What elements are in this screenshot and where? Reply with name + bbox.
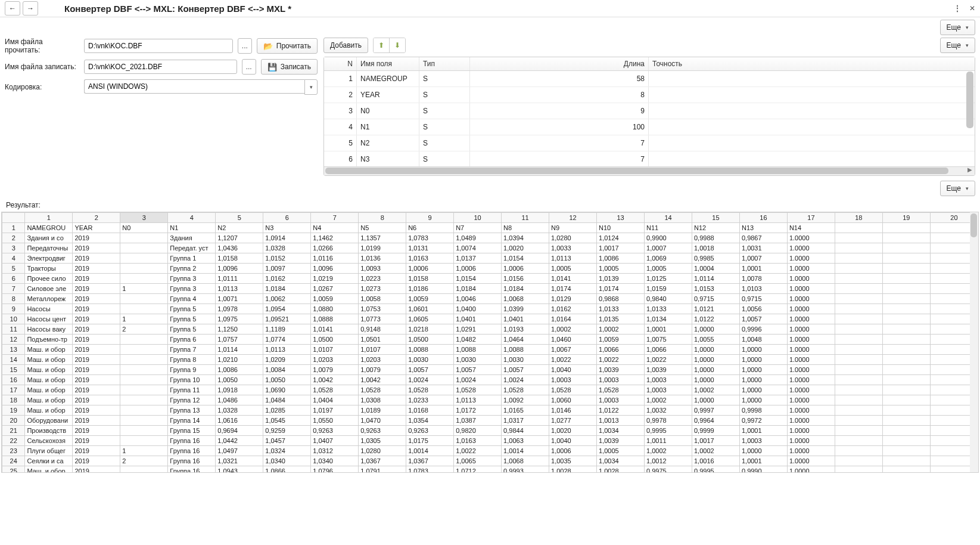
grid-row-header[interactable]: 13 [2, 345, 25, 355]
grid-cell[interactable] [835, 294, 882, 304]
grid-cell[interactable]: 1,0156 [502, 274, 549, 284]
grid-cell[interactable]: 0,9900 [645, 233, 692, 243]
grid-cell[interactable]: 1,0174 [597, 284, 645, 294]
grid-cell[interactable]: Группа 5 [168, 304, 216, 314]
grid-cell[interactable]: 1,0317 [502, 416, 549, 426]
grid-cell[interactable]: 1,0006 [406, 264, 454, 274]
grid-cell[interactable]: 1,0129 [549, 294, 597, 304]
grid-cell[interactable]: 1,0042 [311, 375, 359, 385]
grid-cell[interactable]: 0,9964 [692, 416, 739, 426]
grid-row-header[interactable]: 14 [2, 355, 25, 365]
grid-cell[interactable]: 1,0888 [311, 314, 359, 324]
grid-cell[interactable]: 1,0218 [406, 324, 454, 335]
grid-cell[interactable]: 1,0079 [311, 365, 359, 375]
grid-cell[interactable]: 1,0165 [502, 405, 549, 416]
grid-cell[interactable]: 1,0093 [359, 264, 406, 274]
grid-cell[interactable]: 1,0141 [311, 324, 359, 335]
grid-cell[interactable] [882, 294, 930, 304]
grid-cell[interactable] [882, 456, 930, 466]
grid-row-header[interactable]: 25 [2, 466, 25, 473]
grid-cell[interactable]: 0,9995 [645, 426, 692, 436]
grid-cell[interactable]: 1,0305 [359, 436, 406, 446]
grid-row-header[interactable]: 1 [2, 223, 25, 233]
grid-cell[interactable]: 1,0016 [692, 456, 739, 466]
grid-cell[interactable] [835, 355, 882, 365]
grid-cell[interactable]: 1,0528 [359, 385, 406, 395]
grid-row-header[interactable]: 15 [2, 365, 25, 375]
grid-cell[interactable]: 1,0162 [549, 304, 597, 314]
grid-cell[interactable]: 2019 [73, 416, 120, 426]
grid-cell[interactable]: 1,0489 [454, 233, 502, 243]
grid-cell[interactable]: 1,0324 [263, 446, 311, 456]
grid-cell[interactable]: 1,0000 [739, 375, 787, 385]
grid-cell[interactable]: 1.0000 [787, 243, 835, 253]
grid-cell[interactable]: 1,0146 [549, 405, 597, 416]
grid-cell[interactable]: N9 [549, 223, 597, 233]
grid-cell[interactable]: 1,0034 [597, 456, 645, 466]
grid-cell[interactable] [835, 274, 882, 284]
grid-cell[interactable]: 2019 [73, 365, 120, 375]
grid-cell[interactable]: 1,0162 [263, 274, 311, 284]
grid-cell[interactable]: 1,0605 [406, 314, 454, 324]
write-file-input[interactable] [84, 60, 237, 74]
grid-cell[interactable]: 1,0442 [216, 436, 263, 446]
grid-cell[interactable] [882, 274, 930, 284]
grid-cell[interactable]: 1,0030 [502, 355, 549, 365]
write-file-browse-button[interactable]: ... [242, 59, 256, 75]
grid-cell[interactable]: 1,0084 [263, 365, 311, 375]
grid-cell[interactable]: 1,0135 [597, 314, 645, 324]
grid-cell[interactable]: 1,0001 [739, 426, 787, 436]
grid-cell[interactable]: 1,0003 [739, 436, 787, 446]
grid-cell[interactable]: 1,0267 [311, 284, 359, 294]
fields-table[interactable]: N Имя поля Тип Длина Точность 1NAMEGROUP… [323, 57, 975, 176]
grid-cell[interactable]: 1,0273 [359, 284, 406, 294]
grid-cell[interactable]: 1,0616 [216, 416, 263, 426]
grid-cell[interactable]: 0,9263 [406, 426, 454, 436]
grid-row[interactable]: 18Маш. и обор2019Группа 121,04861,04841,… [2, 395, 978, 405]
grid-cell[interactable]: 1,0121 [692, 304, 739, 314]
grid-cell[interactable]: 1,0057 [454, 365, 502, 375]
grid-cell[interactable]: 0,9820 [454, 426, 502, 436]
grid-row[interactable]: 14Маш. и обор2019Группа 81,02101,02091,0… [2, 355, 978, 365]
grid-cell[interactable]: 1,0285 [263, 405, 311, 416]
grid-cell[interactable]: 0,9995 [692, 466, 739, 473]
grid-cell[interactable]: 1,0470 [359, 416, 406, 426]
grid-cell[interactable]: 1,0014 [502, 446, 549, 456]
grid-col-header[interactable]: 9 [406, 213, 454, 223]
grid-cell[interactable]: 1,0039 [645, 365, 692, 375]
grid-cell[interactable]: 1,0000 [739, 355, 787, 365]
grid-cell[interactable]: 0,9997 [692, 405, 739, 416]
grid-cell[interactable]: 1,0069 [645, 253, 692, 264]
grid-cell[interactable]: 1.0000 [787, 294, 835, 304]
grid-cell[interactable] [835, 335, 882, 345]
grid-cell[interactable]: 1,0753 [359, 304, 406, 314]
grid-cell[interactable]: Насосы ваку [25, 324, 73, 335]
grid-row[interactable]: 6Прочее сило2019Группа 31,01111,01621,02… [2, 274, 978, 284]
grid-cell[interactable] [835, 243, 882, 253]
grid-cell[interactable]: 2 [120, 456, 168, 466]
grid-cell[interactable]: Группа 13 [168, 405, 216, 416]
grid-cell[interactable]: 1,0880 [311, 304, 359, 314]
grid-cell[interactable]: 1,0277 [549, 416, 597, 426]
grid-cell[interactable]: 1,0528 [406, 385, 454, 395]
grid-cell[interactable]: 2019 [73, 294, 120, 304]
grid-cell[interactable]: N4 [311, 223, 359, 233]
grid-cell[interactable]: 1,0184 [263, 284, 311, 294]
grid-row-header[interactable]: 16 [2, 375, 25, 385]
grid-cell[interactable]: 1,0497 [216, 446, 263, 456]
write-button[interactable]: 💾 Записать [261, 59, 318, 75]
result-grid[interactable]: 12345678910111213141516171819201NAMEGROU… [1, 212, 979, 473]
grid-cell[interactable]: 1,0007 [739, 253, 787, 264]
grid-cell[interactable]: 2019 [73, 253, 120, 264]
grid-cell[interactable]: 0,9972 [739, 416, 787, 426]
grid-cell[interactable]: 1,0124 [597, 233, 645, 243]
grid-cell[interactable]: 2019 [73, 375, 120, 385]
grid-cell[interactable]: 1,0031 [739, 243, 787, 253]
grid-cell[interactable]: 1,0153 [692, 284, 739, 294]
grid-cell[interactable]: 1,0002 [549, 324, 597, 335]
grid-cell[interactable]: 1,0017 [692, 436, 739, 446]
grid-cell[interactable]: 1,0001 [645, 324, 692, 335]
grid-cell[interactable] [835, 264, 882, 274]
grid-cell[interactable]: N13 [739, 223, 787, 233]
grid-cell[interactable]: N5 [359, 223, 406, 233]
